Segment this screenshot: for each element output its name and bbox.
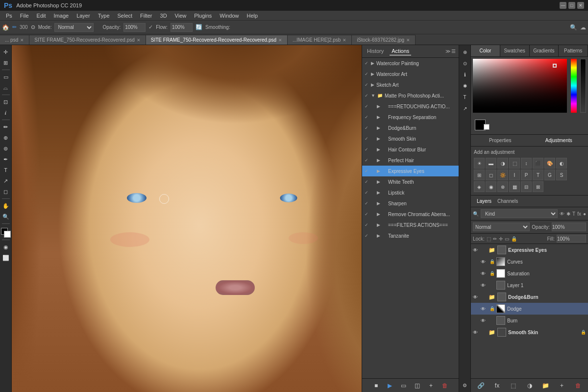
adj-vibrance-btn[interactable]: ↕ xyxy=(521,158,532,169)
history-tab[interactable]: History xyxy=(365,47,386,55)
action-expand-1[interactable]: ▶ xyxy=(371,72,374,76)
adj-levels-btn[interactable]: ▬ xyxy=(486,158,496,169)
menu-ps[interactable]: Ps xyxy=(2,12,16,20)
clone-tool[interactable]: ⊕ xyxy=(1,133,11,143)
add-mask-btn[interactable]: ⬚ xyxy=(508,380,519,391)
action-lipstick[interactable]: ▶ Lipstick xyxy=(362,187,459,198)
adj-exposure-btn[interactable]: ⬚ xyxy=(509,158,520,169)
add-style-btn[interactable]: fx xyxy=(492,380,503,391)
edge-tool-6[interactable]: ↗ xyxy=(460,103,470,113)
patterns-tab[interactable]: Patterns xyxy=(559,45,588,56)
action-expand-7[interactable]: ▶ xyxy=(377,136,380,141)
adj-colorlookup-btn[interactable]: 🔆 xyxy=(497,170,508,180)
tab-0[interactable]: ... psd ✕ xyxy=(0,35,29,45)
menu-view[interactable]: View xyxy=(171,12,191,20)
layer-curves[interactable]: 👁 🔒 Curves xyxy=(471,256,588,268)
action-smooth-skin[interactable]: ▶ Smooth Skin xyxy=(362,133,459,144)
action-hair-blur[interactable]: ▶ Hair Contour Blur xyxy=(362,144,459,155)
actions-tab[interactable]: Actions xyxy=(390,47,411,55)
action-white-teeth[interactable]: ▶ White Teeth xyxy=(362,176,459,187)
tab-1[interactable]: SITE FRAME_750-Recovered-Recovered.psd ✕ xyxy=(29,35,146,45)
new-adj-layer-btn[interactable]: ◑ xyxy=(524,380,535,391)
color-swatches[interactable] xyxy=(1,228,11,238)
edge-tool-1[interactable]: ⊕ xyxy=(460,47,470,57)
layers-tab-btn[interactable]: Layers xyxy=(474,197,494,205)
layer-expressive-eyes[interactable]: 👁 📁 Expressive Eyes xyxy=(471,244,588,256)
play-button[interactable]: ▶ xyxy=(385,381,395,391)
new-layer-btn[interactable]: + xyxy=(557,380,567,391)
layer-vis-7[interactable]: 👁 xyxy=(473,330,480,335)
layer-vis-3[interactable]: 👁 xyxy=(481,283,488,288)
screen-mode[interactable]: ⬜ xyxy=(1,253,11,263)
swatches-tab[interactable]: Swatches xyxy=(500,45,530,56)
menu-select[interactable]: Select xyxy=(114,12,137,20)
action-chromatic[interactable]: ▶ Remove Chromatic Aberra... xyxy=(362,209,459,220)
action-expressive-eyes[interactable]: ▶ Expressive Eyes xyxy=(362,166,459,176)
menu-edit[interactable]: Edit xyxy=(33,12,50,20)
artboard-tool[interactable]: ⊞ xyxy=(1,58,11,68)
close-button[interactable]: ✕ xyxy=(577,2,584,9)
properties-tab[interactable]: Properties xyxy=(471,135,530,146)
opacity-input[interactable] xyxy=(123,23,146,32)
action-retouching[interactable]: ▶ ===RETOUCHING ACTIO... xyxy=(362,101,459,112)
color-spectrum[interactable] xyxy=(571,59,577,113)
action-tanzanite[interactable]: ▶ Tanzanite xyxy=(362,230,459,241)
menu-file[interactable]: File xyxy=(16,12,33,20)
action-filters[interactable]: ▶ ===FILTERS ACTIONS=== xyxy=(362,220,459,230)
menu-3d[interactable]: 3D xyxy=(156,12,171,20)
new-set-button[interactable]: ◫ xyxy=(413,381,422,391)
adj-extra1-btn[interactable]: ◈ xyxy=(474,181,485,192)
menu-filter[interactable]: Filter xyxy=(136,12,156,20)
background-color[interactable] xyxy=(4,231,11,238)
edge-tool-3[interactable]: ℹ xyxy=(460,70,470,79)
adj-extra4-btn[interactable]: ▦ xyxy=(509,181,520,192)
action-expand-8[interactable]: ▶ xyxy=(377,147,380,152)
mode-select[interactable]: NormalMultiplyScreen xyxy=(54,23,94,32)
new-action-button[interactable]: + xyxy=(426,381,436,391)
gradients-tab[interactable]: Gradients xyxy=(530,45,559,56)
zoom-tool[interactable]: 🔍 xyxy=(1,212,11,221)
action-expand-10[interactable]: ▶ xyxy=(377,169,380,173)
color-gradient[interactable] xyxy=(473,59,567,113)
path-tool[interactable]: ↗ xyxy=(1,176,11,186)
text-tool[interactable]: T xyxy=(1,165,11,175)
tab-3[interactable]: ...IMAGE HERE]2.psb ✕ xyxy=(288,35,352,45)
new-group-btn[interactable]: 📁 xyxy=(540,380,551,391)
tab-2[interactable]: SITE FRAME_750-Recovered-Recovered-Recov… xyxy=(146,35,288,45)
action-perfect-hair[interactable]: ▶ Perfect Hair xyxy=(362,155,459,166)
layer-vis-4[interactable]: 👁 xyxy=(473,294,480,300)
layer-1[interactable]: 👁 Layer 1 xyxy=(471,279,588,291)
action-expand-0[interactable]: ▶ xyxy=(371,61,374,66)
action-freq-sep[interactable]: ▶ Frequency Separation xyxy=(362,112,459,122)
pen-tool[interactable]: ✒ xyxy=(1,154,11,164)
action-matte-pro[interactable]: ▼ 📁 Matte Pro Photoshop Acti... xyxy=(362,90,459,101)
edge-tool-2[interactable]: ⊙ xyxy=(460,58,470,68)
brush-tool[interactable]: ✏ xyxy=(1,122,11,132)
lock-all-btn[interactable]: 🔒 xyxy=(511,236,517,242)
action-expand-9[interactable]: ▶ xyxy=(377,158,380,163)
tab-4-close[interactable]: ✕ xyxy=(406,38,410,43)
adj-hsl-btn[interactable]: ⬛ xyxy=(533,158,543,169)
adj-photofilter-btn[interactable]: ⊞ xyxy=(474,170,485,180)
eyedropper-tool[interactable]: 𝒊 xyxy=(1,108,11,118)
tab-2-close[interactable]: ✕ xyxy=(278,38,282,43)
heal-tool[interactable]: ⊚ xyxy=(1,144,11,153)
adj-selective-color-btn[interactable]: S xyxy=(556,170,567,180)
layer-dodge-burn-group[interactable]: 👁 📁 Dodge&Burn xyxy=(471,291,588,303)
action-dodge-burn[interactable]: ▶ Dodge&Burn xyxy=(362,122,459,133)
action-expand-4[interactable]: ▶ xyxy=(377,104,380,109)
action-expand-13[interactable]: ▶ xyxy=(377,201,380,206)
tab-1-close[interactable]: ✕ xyxy=(137,38,141,43)
action-sketch-art[interactable]: ▶ Sketch Art xyxy=(362,79,459,90)
adjustments-tab[interactable]: Adjustments xyxy=(530,135,588,146)
layer-kind-select[interactable]: KindNameEffect xyxy=(481,209,558,218)
color-tab[interactable]: Color xyxy=(471,45,500,56)
adj-brightness-btn[interactable]: ☀ xyxy=(474,158,485,169)
hand-tool[interactable]: ✋ xyxy=(1,201,11,211)
action-expand-2[interactable]: ▶ xyxy=(371,82,374,87)
menu-image[interactable]: Image xyxy=(50,12,73,20)
maximize-button[interactable]: □ xyxy=(568,2,575,9)
layer-vis-2[interactable]: 👁 xyxy=(481,271,488,276)
stop-button[interactable]: ■ xyxy=(371,381,381,391)
adj-extra3-btn[interactable]: ⊗ xyxy=(497,181,508,192)
